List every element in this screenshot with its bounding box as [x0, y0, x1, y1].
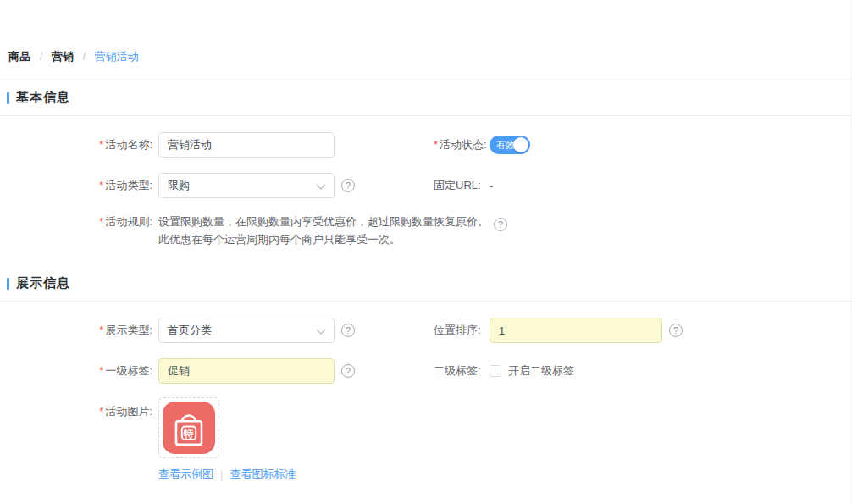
activity-type-select[interactable]: 限购: [158, 173, 335, 198]
display-type-selected-value: 首页分类: [168, 323, 212, 338]
display-type-select[interactable]: 首页分类: [158, 318, 335, 343]
help-icon[interactable]: ?: [669, 324, 683, 337]
view-example-link[interactable]: 查看示例图: [158, 467, 213, 482]
form-row-displaytype-order: *展示类型: 首页分类 ? 位置排序: ?: [0, 318, 851, 343]
image-help-links: 查看示例图 | 查看图标标准: [158, 467, 296, 482]
section-accent-bar: [7, 278, 9, 290]
breadcrumb-separator: /: [40, 50, 43, 63]
svg-text:特: 特: [183, 428, 194, 440]
form-row-image: *活动图片: 特 查看示例图 | 查看图标标准: [0, 397, 851, 482]
breadcrumb: 商品 / 营销 / 营销活动: [0, 0, 851, 80]
rule-line-1: 设置限购数量，在限购数量内享受优惠价，超过限购数量恢复原价。: [158, 215, 489, 228]
activity-type-label: *活动类型:: [0, 178, 152, 193]
secondary-tag-label: 二级标签:: [434, 363, 490, 379]
breadcrumb-separator: /: [83, 50, 86, 63]
help-icon[interactable]: ?: [341, 364, 355, 378]
display-info-form: *展示类型: 首页分类 ? 位置排序: ? *一级标签: ? 二级标签:: [0, 302, 851, 482]
activity-name-label: *活动名称:: [0, 137, 152, 152]
position-order-label: 位置排序:: [434, 323, 490, 338]
activity-image-label: *活动图片:: [0, 397, 152, 419]
marketing-activity-page: 商品 / 营销 / 营销活动 基本信息 *活动名称: *活动状态: 有效: [0, 0, 852, 504]
activity-rule-text: 设置限购数量，在限购数量内享受优惠价，超过限购数量恢复原价。? 此优惠在每个运营…: [158, 213, 507, 247]
activity-status-toggle[interactable]: 有效: [490, 136, 530, 154]
secondary-tag-checkbox[interactable]: [490, 365, 501, 377]
special-offer-bag-icon: 特: [163, 402, 215, 454]
form-row-type-url: *活动类型: 限购 ? 固定URL: -: [0, 173, 851, 198]
help-icon[interactable]: ?: [341, 324, 355, 337]
fixed-url-label: 固定URL:: [434, 178, 490, 193]
required-asterisk: *: [99, 324, 103, 336]
chevron-down-icon: [316, 180, 325, 189]
display-type-label: *展示类型:: [0, 323, 152, 338]
activity-status-label: *活动状态:: [434, 137, 490, 152]
section-title: 展示信息: [16, 275, 70, 291]
help-icon[interactable]: ?: [341, 179, 355, 192]
primary-tag-input[interactable]: [158, 358, 335, 384]
basic-info-form: *活动名称: *活动状态: 有效 *活动类型: 限购 ?: [0, 116, 851, 247]
rule-line-2: 此优惠在每个运营周期内每个商户只能享受一次。: [158, 231, 507, 247]
view-icon-standard-link[interactable]: 查看图标标准: [230, 467, 296, 482]
required-asterisk: *: [99, 179, 103, 191]
section-accent-bar: [7, 92, 9, 104]
activity-name-input[interactable]: [158, 132, 335, 158]
help-icon[interactable]: ?: [494, 218, 507, 231]
section-header-display-info: 展示信息: [0, 265, 851, 302]
required-asterisk: *: [99, 405, 103, 418]
activity-rule-label: *活动规则:: [0, 213, 152, 230]
activity-image-upload[interactable]: 特: [158, 397, 219, 458]
toggle-knob: [513, 137, 528, 152]
fixed-url-value: -: [490, 180, 493, 192]
required-asterisk: *: [99, 364, 103, 377]
position-order-input[interactable]: [490, 318, 662, 343]
required-asterisk: *: [434, 138, 438, 151]
breadcrumb-item-marketing[interactable]: 营销: [52, 50, 74, 63]
link-separator: |: [220, 468, 223, 481]
section-header-basic-info: 基本信息: [0, 80, 851, 116]
chevron-down-icon: [316, 324, 325, 334]
breadcrumb-item-marketing-activity[interactable]: 营销活动: [95, 50, 139, 63]
secondary-tag-checkbox-label[interactable]: 开启二级标签: [508, 363, 574, 379]
toggle-on-label: 有效: [490, 139, 515, 152]
breadcrumb-item-goods[interactable]: 商品: [8, 50, 30, 63]
required-asterisk: *: [99, 215, 103, 228]
primary-tag-label: *一级标签:: [0, 363, 152, 379]
form-row-rule: *活动规则: 设置限购数量，在限购数量内享受优惠价，超过限购数量恢复原价。? 此…: [0, 213, 851, 247]
activity-type-selected-value: 限购: [168, 178, 190, 193]
section-title: 基本信息: [16, 90, 70, 106]
form-row-tags: *一级标签: ? 二级标签: 开启二级标签: [0, 358, 851, 384]
form-row-name-status: *活动名称: *活动状态: 有效: [0, 132, 851, 158]
required-asterisk: *: [99, 138, 103, 151]
